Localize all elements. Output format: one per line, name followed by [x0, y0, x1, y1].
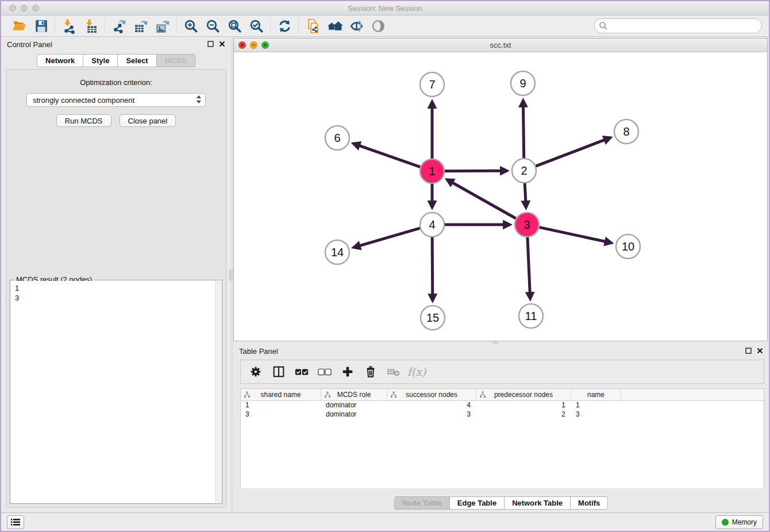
zoom-selected-icon[interactable] [245, 17, 267, 35]
cell-shared-name[interactable]: 3 [241, 410, 321, 419]
graph-node-label-7: 7 [429, 78, 435, 91]
graph-node-label-11: 11 [525, 310, 537, 322]
control-panel-header: Control Panel [1, 37, 231, 52]
select-all-icon[interactable] [291, 362, 312, 381]
memory-status-icon [722, 519, 729, 526]
home-icon[interactable] [324, 17, 345, 35]
delete-column-icon[interactable] [360, 362, 381, 381]
graph-edge-3-1[interactable] [447, 180, 516, 218]
mcds-result-box: MCDS result (2 nodes) 1 3 [10, 280, 222, 504]
run-mcds-button[interactable]: Run MCDS [56, 114, 111, 127]
column-label: successor nodes [406, 391, 457, 399]
search-input[interactable] [594, 18, 762, 33]
main-area: Control Panel Network Style Select MCDS … [1, 37, 769, 512]
column-header-predecessor-nodes[interactable]: predecessor nodes [476, 389, 571, 400]
table-panel: Table Panel [233, 344, 769, 512]
refresh-icon[interactable] [274, 17, 295, 35]
table-panel-tabs: Node Table Edge Table Network Table Moti… [233, 496, 769, 510]
zoom-out-icon[interactable] [202, 17, 224, 35]
zoom-fit-icon[interactable] [224, 17, 245, 35]
network-graph[interactable]: 7968124314101511 [234, 52, 767, 341]
tab-mcds[interactable]: MCDS [157, 54, 195, 67]
graph-node-label-10: 10 [622, 240, 634, 253]
graph-edge-2-9[interactable] [523, 101, 523, 158]
toolbar-search [594, 18, 762, 33]
import-table-icon[interactable] [80, 17, 102, 35]
table-row[interactable]: 1 dominator 4 1 1 [241, 401, 764, 410]
cell-successor-nodes[interactable]: 3 [387, 410, 476, 419]
zoom-in-icon[interactable] [180, 17, 202, 35]
tab-motifs[interactable]: Motifs [571, 496, 608, 510]
close-panel-icon[interactable] [219, 39, 225, 49]
graph-edge-4-14[interactable] [354, 228, 420, 247]
export-image-icon[interactable] [152, 17, 174, 35]
graph-edge-3-10[interactable] [540, 228, 611, 243]
toolbar-separator [270, 18, 271, 34]
mcds-result-text[interactable]: 1 3 [11, 281, 215, 503]
criterion-select[interactable]: strongly connected component [26, 93, 206, 107]
graph-edge-1-2[interactable] [445, 171, 507, 171]
hide-graphics-details-icon[interactable] [345, 17, 367, 35]
export-network-icon[interactable] [108, 17, 130, 35]
tab-network[interactable]: Network [37, 54, 83, 67]
toolbar-separator [105, 18, 105, 34]
export-table-icon[interactable] [130, 17, 152, 35]
column-header-mcds-role[interactable]: MCDS role [321, 389, 387, 400]
import-network-icon[interactable] [58, 17, 80, 35]
node-table[interactable]: shared name MCDS role successor nodes [240, 388, 764, 488]
graph-node-label-8: 8 [623, 125, 629, 138]
table-row[interactable]: 3 dominator 3 2 3 [241, 410, 764, 419]
column-chooser-icon[interactable] [268, 362, 289, 381]
criterion-label: Optimization criterion: [6, 78, 226, 87]
network-window: scc.txt 7968124314101511 [233, 38, 768, 341]
column-label: shared name [260, 391, 301, 399]
graph-edge-4-15[interactable] [432, 237, 433, 300]
tab-node-table[interactable]: Node Table [394, 496, 450, 510]
table-header-row: shared name MCDS role successor nodes [241, 389, 764, 401]
open-file-icon[interactable] [8, 17, 30, 35]
graph-node-label-9: 9 [519, 77, 526, 90]
tab-network-table[interactable]: Network Table [505, 496, 571, 510]
cell-shared-name[interactable]: 1 [241, 401, 321, 410]
column-header-shared-name[interactable]: shared name [241, 389, 321, 400]
save-session-icon[interactable] [30, 17, 52, 35]
task-history-button[interactable] [7, 515, 24, 529]
graph-edge-1-6[interactable] [353, 144, 420, 167]
graph-edge-2-3[interactable] [525, 183, 526, 207]
cell-mcds-role[interactable]: dominator [321, 401, 387, 410]
cell-predecessor-nodes[interactable]: 2 [476, 410, 571, 419]
settings-gear-icon[interactable] [245, 362, 266, 381]
network-titlebar: scc.txt [234, 38, 767, 52]
cell-predecessor-nodes[interactable]: 1 [476, 401, 571, 410]
cell-name[interactable]: 3 [571, 410, 621, 419]
float-panel-icon[interactable] [207, 39, 214, 49]
graph-edge-3-11[interactable] [528, 237, 530, 299]
control-panel-title: Control Panel [7, 40, 52, 49]
window-title: Session: New Session [1, 4, 769, 13]
add-column-icon[interactable] [337, 362, 358, 381]
cell-successor-nodes[interactable]: 4 [387, 401, 476, 410]
column-header-successor-nodes[interactable]: successor nodes [387, 389, 476, 400]
search-icon [599, 21, 608, 33]
network-title: scc.txt [234, 41, 767, 49]
deselect-all-icon[interactable] [314, 362, 335, 381]
memory-button[interactable]: Memory [715, 515, 763, 529]
close-panel-icon[interactable] [757, 346, 763, 356]
cell-mcds-role[interactable]: dominator [321, 410, 387, 419]
toolbar-separator [298, 18, 299, 34]
graph-edge-2-8[interactable] [536, 138, 610, 166]
float-panel-icon[interactable] [745, 346, 752, 356]
cell-name[interactable]: 1 [571, 401, 621, 410]
tab-edge-table[interactable]: Edge Table [450, 496, 505, 510]
tab-style[interactable]: Style [83, 54, 118, 67]
control-panel: Control Panel Network Style Select MCDS … [1, 37, 231, 512]
tab-select[interactable]: Select [118, 54, 156, 67]
duplicate-network-icon[interactable] [302, 17, 324, 35]
table-panel-header: Table Panel [233, 344, 769, 358]
tree-icon [324, 391, 331, 400]
close-panel-button[interactable]: Close panel [120, 114, 176, 127]
graph-node-label-3: 3 [523, 218, 530, 231]
result-scrollbar[interactable] [215, 281, 221, 503]
column-header-name[interactable]: name [571, 389, 621, 400]
network-canvas[interactable]: 7968124314101511 [234, 52, 767, 341]
